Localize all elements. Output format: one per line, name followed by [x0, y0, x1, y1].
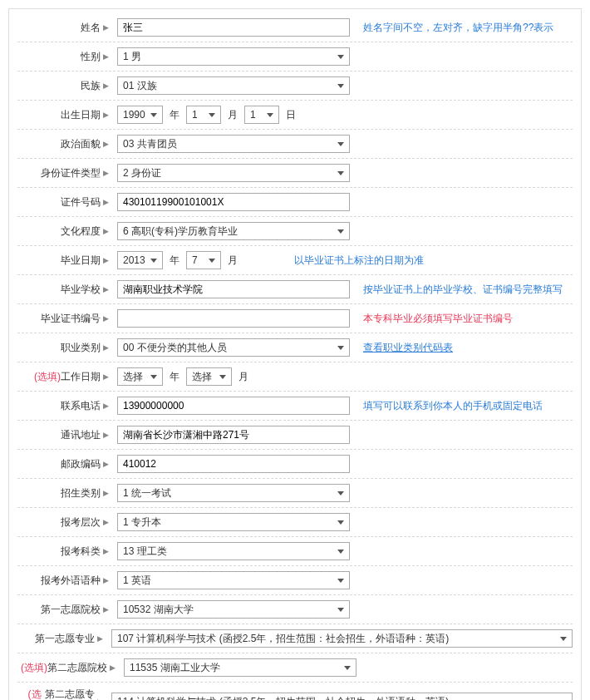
postal-input[interactable] [117, 455, 350, 473]
arrow-icon: ▶ [97, 634, 103, 643]
level-select[interactable]: 1 专升本 [117, 513, 350, 531]
admittype-select[interactable]: 1 统一考试 [117, 484, 350, 502]
chevron-down-icon [337, 171, 344, 175]
arrow-icon: ▶ [103, 402, 109, 410]
name-input[interactable] [117, 18, 350, 37]
label-political: 政治面貌 [61, 137, 101, 151]
registration-form: 姓名▶ 姓名字间不空，左对齐，缺字用半角??表示 性别▶ 1 男 民族▶ 01 … [8, 8, 582, 700]
jobcat-select[interactable]: 00 不便分类的其他人员 [117, 338, 350, 357]
address-input[interactable] [117, 426, 350, 444]
row-ethnicity: 民族▶ 01 汉族 [17, 71, 573, 101]
year-unit: 年 [170, 370, 179, 384]
row-admittype: 招生类别▶ 1 统一考试 [17, 479, 573, 508]
work-month-select[interactable]: 选择 [186, 367, 232, 386]
arrow-icon: ▶ [103, 198, 109, 206]
chevron-down-icon [337, 520, 344, 525]
arrow-icon: ▶ [103, 52, 109, 61]
major2-select[interactable]: 114 计算机科学与技术 (函授2.5年，招生范围：社会招生，外语语种：英语) [111, 693, 573, 700]
arrow-icon: ▶ [103, 81, 109, 90]
chevron-down-icon [150, 259, 157, 263]
row-idtype: 身份证件类型▶ 2 身份证 [17, 159, 573, 188]
optional-tag: (选填) [21, 661, 47, 675]
hint-jobcat-link[interactable]: 查看职业类别代码表 [363, 341, 453, 355]
birth-year-select[interactable]: 1990 [117, 106, 163, 124]
label-graddate: 毕业日期 [61, 254, 101, 268]
row-address: 通讯地址▶ [17, 421, 573, 450]
row-certnum: 毕业证书编号▶ 本专科毕业必须填写毕业证书编号 [17, 304, 573, 333]
major1-select[interactable]: 107 计算机科学与技术 (函授2.5年，招生范围：社会招生，外语语种：英语) [111, 629, 573, 648]
school2-select[interactable]: 11535 湖南工业大学 [124, 658, 356, 677]
label-education: 文化程度 [61, 224, 101, 239]
month-unit: 月 [238, 370, 248, 384]
idnum-input[interactable] [117, 193, 350, 211]
hint-name: 姓名字间不空，左对齐，缺字用半角??表示 [363, 21, 553, 35]
grad-month-select[interactable]: 7 [186, 251, 221, 269]
row-major2: (选填)第二志愿专业▶ 114 计算机科学与技术 (函授2.5年，招生范围：社会… [17, 683, 573, 700]
label-level: 报考层次 [61, 515, 101, 530]
subject-select[interactable]: 13 理工类 [117, 542, 350, 560]
certnum-input[interactable] [117, 309, 350, 328]
political-select[interactable]: 03 共青团员 [117, 135, 350, 153]
school1-select[interactable]: 10532 湖南大学 [117, 600, 350, 619]
language-select[interactable]: 1 英语 [117, 571, 350, 589]
chevron-down-icon [337, 491, 344, 495]
grad-year-select[interactable]: 2013 [117, 251, 163, 269]
year-unit: 年 [170, 254, 179, 268]
chevron-down-icon [150, 113, 157, 117]
chevron-down-icon [344, 666, 351, 670]
chevron-down-icon [337, 550, 344, 554]
arrow-icon: ▶ [103, 169, 109, 177]
arrow-icon: ▶ [110, 663, 116, 672]
label-certnum: 毕业证书编号 [41, 312, 101, 326]
birth-month-select[interactable]: 1 [186, 106, 221, 124]
hint-certnum: 本专科毕业必须填写毕业证书编号 [363, 312, 513, 326]
chevron-down-icon [337, 229, 344, 234]
label-major2: 第二志愿专业 [42, 688, 95, 700]
chevron-down-icon [267, 113, 273, 117]
arrow-icon: ▶ [103, 547, 109, 555]
chevron-down-icon [209, 259, 215, 263]
school-input[interactable] [117, 280, 350, 298]
arrow-icon: ▶ [103, 314, 109, 323]
chevron-down-icon [337, 579, 344, 583]
label-major1: 第一志愿专业 [35, 632, 95, 646]
row-graddate: 毕业日期▶ 2013 年 7 月 以毕业证书上标注的日期为准 [17, 246, 573, 275]
ethnicity-select[interactable]: 01 汉族 [117, 76, 350, 95]
idtype-select[interactable]: 2 身份证 [117, 164, 350, 182]
education-select[interactable]: 6 高职(专科)学历教育毕业 [117, 222, 350, 240]
row-education: 文化程度▶ 6 高职(专科)学历教育毕业 [17, 217, 573, 246]
row-name: 姓名▶ 姓名字间不空，左对齐，缺字用半角??表示 [17, 13, 573, 42]
arrow-icon: ▶ [103, 140, 109, 148]
label-name: 姓名 [81, 21, 101, 35]
label-jobcat: 职业类别 [61, 341, 101, 355]
gender-select[interactable]: 1 男 [117, 47, 350, 66]
label-subject: 报考科类 [61, 545, 101, 559]
optional-tag: (选填) [17, 688, 42, 700]
arrow-icon: ▶ [103, 256, 109, 264]
label-admittype: 招生类别 [61, 486, 101, 500]
chevron-down-icon [337, 608, 344, 612]
chevron-down-icon [337, 346, 344, 350]
row-school1: 第一志愿院校▶ 10532 湖南大学 [17, 595, 573, 624]
arrow-icon: ▶ [103, 111, 109, 119]
month-unit: 月 [228, 254, 238, 268]
arrow-icon: ▶ [103, 518, 109, 526]
label-address: 通讯地址 [61, 428, 101, 442]
label-workdate: 工作日期 [61, 370, 101, 384]
label-school1: 第一志愿院校 [41, 603, 101, 617]
year-unit: 年 [170, 108, 179, 122]
hint-graddate: 以毕业证书上标注的日期为准 [294, 254, 424, 268]
label-ethnicity: 民族 [81, 79, 101, 93]
hint-school: 按毕业证书上的毕业学校、证书编号完整填写 [363, 283, 563, 297]
birth-day-select[interactable]: 1 [244, 106, 279, 124]
phone-input[interactable] [117, 397, 350, 415]
label-language: 报考外语语种 [41, 574, 101, 588]
row-jobcat: 职业类别▶ 00 不便分类的其他人员 查看职业类别代码表 [17, 333, 573, 362]
label-birthdate: 出生日期 [61, 108, 101, 122]
chevron-down-icon [209, 113, 215, 117]
chevron-down-icon [337, 84, 344, 88]
label-school: 毕业学校 [61, 283, 101, 297]
work-year-select[interactable]: 选择 [117, 367, 163, 386]
row-school: 毕业学校▶ 按毕业证书上的毕业学校、证书编号完整填写 [17, 275, 573, 304]
chevron-down-icon [560, 637, 567, 641]
